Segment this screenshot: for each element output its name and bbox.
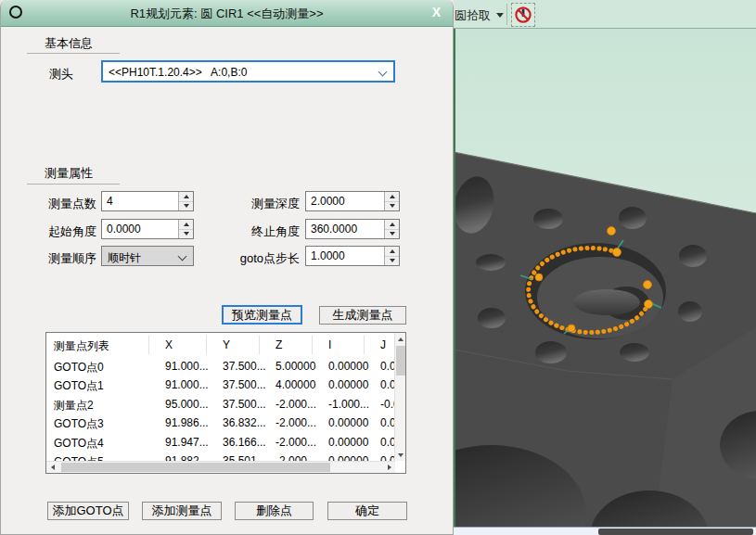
ok-button[interactable]: 确定	[327, 502, 407, 520]
spin-up-button[interactable]	[179, 220, 193, 230]
spin-down-button[interactable]	[385, 257, 399, 266]
start-angle-value: 0.0000	[107, 223, 141, 236]
points-count-value: 4	[107, 195, 113, 208]
order-label: 测量顺序	[48, 250, 96, 267]
caret-down-icon[interactable]	[496, 13, 504, 18]
col-z: Z	[275, 338, 282, 351]
col-i: I	[328, 338, 331, 351]
probe-select[interactable]: <<PH10T.1.20.4>> A:0,B:0	[101, 60, 395, 83]
dialog-titlebar[interactable]: R1规划元素: 圆 CIR1 <<自动测量>> X	[1, 0, 453, 27]
section-basic-info: 基本信息	[45, 35, 93, 52]
section-divider	[27, 184, 120, 185]
goto-step-label: goto点步长	[224, 250, 300, 267]
hole	[679, 245, 707, 267]
spin-down-button[interactable]	[385, 202, 399, 211]
right-pane: 圆拾取	[454, 0, 756, 535]
scroll-right-button[interactable]	[383, 462, 395, 473]
table-row[interactable]: GOTO点191.000...37.500...4.000000.000000.…	[46, 376, 395, 394]
end-angle-value: 360.0000	[311, 223, 357, 236]
hole	[678, 301, 702, 322]
scroll-down-button[interactable]	[395, 449, 406, 461]
hole	[535, 341, 567, 363]
prohibition-icon	[514, 6, 532, 24]
points-count-spinner[interactable]: 4	[101, 191, 194, 211]
spin-up-button[interactable]	[385, 192, 399, 202]
add-goto-point-button[interactable]: 添加GOTO点	[47, 502, 129, 520]
order-select-value: 顺时针	[108, 250, 141, 266]
probe-select-value: <<PH10T.1.20.4>> A:0,B:0	[109, 66, 247, 79]
depth-value: 2.0000	[311, 195, 345, 208]
scroll-left-button[interactable]	[46, 462, 58, 473]
hole	[476, 254, 506, 271]
close-icon[interactable]: X	[432, 5, 441, 19]
dialog-title: R1规划元素: 圆 CIR1 <<自动测量>>	[1, 6, 453, 22]
probe-disable-button[interactable]	[511, 3, 535, 27]
depth-label: 测量深度	[224, 196, 300, 212]
spin-up-button[interactable]	[179, 192, 193, 202]
scroll-up-button[interactable]	[395, 333, 406, 345]
spin-up-button[interactable]	[385, 220, 399, 230]
end-angle-spinner[interactable]: 360.0000	[305, 219, 400, 239]
col-y: Y	[223, 338, 230, 351]
spin-down-button[interactable]	[385, 230, 399, 239]
depth-spinner[interactable]: 2.0000	[305, 191, 400, 211]
chevron-down-icon	[378, 68, 388, 77]
3d-viewport[interactable]	[454, 29, 756, 527]
table-vscrollbar[interactable]	[394, 333, 405, 461]
col-x: X	[165, 338, 173, 351]
3d-scene	[455, 29, 756, 527]
hscrollbar-thumb[interactable]	[61, 463, 330, 472]
section-measure-props: 测量属性	[45, 165, 93, 182]
preview-points-button[interactable]: 预览测量点	[222, 305, 302, 325]
hole	[619, 207, 647, 229]
spin-down-button[interactable]	[179, 202, 193, 211]
planning-dialog: R1规划元素: 圆 CIR1 <<自动测量>> X 基本信息 测头 <<PH10…	[0, 0, 454, 535]
pick-toolbar: 圆拾取	[454, 0, 756, 29]
col-name: 测量点列表	[54, 338, 109, 354]
col-j: J	[380, 338, 386, 351]
toolbar-separator	[506, 4, 507, 25]
start-angle-label: 起始角度	[48, 223, 96, 240]
start-angle-spinner[interactable]: 0.0000	[101, 219, 194, 239]
spin-down-button[interactable]	[179, 230, 193, 239]
measure-points-table[interactable]: 测量点列表 X Y Z I J GOTO点091.000...37.500...…	[45, 332, 406, 474]
goto-step-spinner[interactable]: 1.0000	[305, 246, 400, 266]
hole	[533, 209, 563, 229]
delete-point-button[interactable]: 删除点	[235, 502, 314, 520]
chevron-down-icon	[178, 252, 187, 261]
table-hscrollbar[interactable]	[46, 461, 395, 473]
table-row[interactable]: 测量点295.000...37.500...-2.000...-1.000...…	[46, 395, 395, 414]
probe-label: 测头	[49, 66, 73, 83]
circle-pick-button[interactable]: 圆拾取	[455, 7, 491, 24]
points-count-label: 测量点数	[48, 196, 96, 212]
table-rows: GOTO点091.000...37.500...5.000000.000000.…	[46, 357, 395, 462]
vscrollbar-thumb[interactable]	[396, 346, 405, 376]
table-row[interactable]: GOTO点391.986...36.832...-2.000...0.00000…	[46, 414, 395, 432]
generate-points-button[interactable]: 生成测量点	[319, 306, 406, 325]
viewport-hscrollbar-thumb[interactable]	[598, 529, 753, 535]
table-row[interactable]: GOTO点091.000...37.500...5.000000.000000.…	[46, 357, 395, 376]
section-divider	[27, 53, 120, 54]
add-measure-point-button[interactable]: 添加测量点	[142, 502, 222, 520]
counterbore	[525, 243, 666, 339]
table-header: 测量点列表 X Y Z I J	[46, 333, 395, 357]
order-select[interactable]: 顺时针	[101, 246, 194, 266]
spin-up-button[interactable]	[385, 247, 399, 257]
table-row[interactable]: GOTO点491.947...36.166...-2.000...0.00000…	[46, 433, 395, 452]
hole	[620, 343, 649, 362]
goto-step-value: 1.0000	[311, 249, 345, 262]
hole	[478, 308, 506, 328]
end-angle-label: 终止角度	[224, 223, 300, 240]
